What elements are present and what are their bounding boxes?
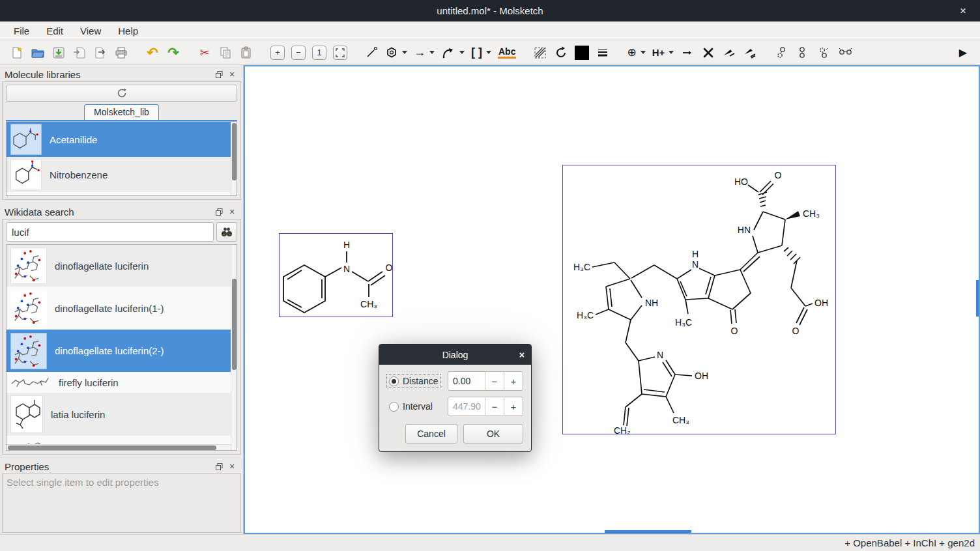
wikidata-list-scrollbar[interactable]	[231, 245, 237, 450]
color-swatch-icon	[575, 46, 589, 60]
result-label: dinoflagellate luciferin(2-)	[55, 345, 164, 356]
zoom-out-button[interactable]: −	[289, 43, 308, 63]
dialog-close-button[interactable]: ×	[519, 345, 525, 365]
charge-tool-dropdown[interactable]	[641, 51, 646, 54]
save-document-button[interactable]	[50, 43, 68, 63]
hash-bond-tool-button[interactable]	[741, 43, 759, 63]
panel-close-button[interactable]: ×	[225, 206, 238, 218]
rotate-tool-button[interactable]	[552, 43, 570, 63]
ring-chain-tool-4-button[interactable]	[835, 43, 856, 63]
bracket-tool-button[interactable]: [ ]	[469, 43, 493, 63]
zoom-in-button[interactable]: +	[268, 43, 287, 63]
dialog-titlebar[interactable]: Dialog ×	[379, 345, 531, 365]
molecule-thumbnail	[10, 247, 47, 284]
wikidata-search-input[interactable]	[6, 222, 214, 242]
tab-molsketch-lib[interactable]: Molsketch_lib	[84, 104, 159, 120]
molecule-libraries-panel: Molecule libraries × Molsketch_lib Ace	[2, 67, 241, 200]
interval-spinbox[interactable]: 447.90 − +	[448, 397, 523, 416]
interval-radio-wrap[interactable]: Interval	[387, 400, 435, 413]
hydrogen-tool-button[interactable]: H+	[650, 43, 676, 63]
ok-button[interactable]: OK	[463, 424, 523, 444]
paste-button[interactable]	[237, 43, 255, 63]
library-list-scrollbar[interactable]	[231, 122, 237, 195]
library-item-nitrobenzene[interactable]: Nitrobenzene	[7, 157, 237, 192]
toolbar-extender-button[interactable]: ▶	[954, 43, 972, 63]
molecule-libraries-body: Molsketch_lib Acetanilide Nitrobenzene	[2, 81, 241, 200]
ring-chain-tool-1-button[interactable]	[772, 43, 790, 63]
import-document-button[interactable]	[91, 43, 109, 63]
interval-radio[interactable]	[389, 402, 399, 412]
ring-chain-tool-3-button[interactable]	[814, 43, 832, 63]
menu-edit[interactable]: Edit	[38, 23, 72, 39]
distance-radio[interactable]	[389, 376, 399, 386]
result-dinoflagellate-luciferin-1[interactable]: dinoflagellate luciferin(1-)	[7, 287, 237, 330]
distance-spinbox[interactable]: 0.00 − +	[448, 371, 523, 391]
drawing-canvas[interactable]: H N O CH₃	[244, 65, 980, 534]
atom-label: N	[692, 259, 699, 270]
menu-help[interactable]: Help	[109, 23, 147, 39]
ring-chain-tool-2-button[interactable]	[793, 43, 811, 63]
cancel-button[interactable]: Cancel	[405, 424, 457, 444]
open-document-button[interactable]	[29, 43, 47, 63]
new-document-button[interactable]: ★	[8, 43, 26, 63]
zoom-fit-button[interactable]	[331, 43, 349, 63]
cut-button[interactable]: ✂	[195, 43, 214, 63]
dialog-actions: Cancel OK	[387, 424, 523, 444]
text-tool-button[interactable]: Abc	[496, 43, 518, 63]
interval-increment-button[interactable]: +	[504, 397, 523, 416]
atom-label: O	[775, 170, 782, 180]
selection-tool-button[interactable]	[531, 43, 549, 63]
ring-tool-button[interactable]	[383, 43, 409, 63]
interval-value[interactable]: 447.90	[448, 397, 485, 416]
arrow-tool-dropdown[interactable]	[429, 51, 435, 54]
window-titlebar[interactable]: untitled.mol* - Molsketch ×	[0, 0, 980, 21]
line-width-tool-button[interactable]	[594, 43, 612, 63]
molecule-libraries-title: Molecule libraries	[5, 69, 81, 80]
print-document-button[interactable]	[112, 43, 130, 63]
delete-tool-button[interactable]	[699, 43, 717, 63]
hydrogen-tool-dropdown[interactable]	[669, 51, 674, 54]
charge-tool-button[interactable]: ⊕	[625, 43, 647, 63]
redo-button[interactable]: ↷	[164, 43, 182, 63]
save-icon	[51, 46, 66, 60]
menu-view[interactable]: View	[72, 23, 109, 39]
refresh-libraries-button[interactable]	[6, 85, 237, 102]
atom-label: OH	[814, 298, 828, 308]
undo-button[interactable]: ↶	[143, 43, 162, 63]
color-swatch-button[interactable]	[573, 43, 591, 63]
panel-float-button[interactable]	[212, 460, 225, 472]
panel-close-button[interactable]: ×	[225, 68, 238, 80]
canvas-horizontal-scrollbar[interactable]	[605, 530, 691, 533]
distance-radio-wrap[interactable]: Distance	[387, 374, 440, 388]
molecule-luciferin[interactable]: HO O CH₃ HN H N H₃C H₃C NH H₃C O OH O N …	[562, 165, 836, 434]
result-dinoflagellate-luciferin-2[interactable]: dinoflagellate luciferin(2-)	[7, 330, 237, 372]
distance-increment-button[interactable]: +	[504, 372, 523, 390]
lone-pair-tool-button[interactable]	[678, 43, 697, 63]
bracket-tool-dropdown[interactable]	[486, 51, 491, 54]
result-latia-luciferin[interactable]: latia luciferin	[7, 393, 237, 436]
canvas-vertical-scrollbar[interactable]	[976, 280, 979, 317]
wikidata-search-button[interactable]	[216, 222, 237, 242]
result-dinoflagellate-luciferin[interactable]: dinoflagellate luciferin	[7, 245, 237, 287]
distance-decrement-button[interactable]: −	[485, 372, 504, 390]
menu-file[interactable]: File	[5, 23, 38, 39]
mechanism-arrow-dropdown[interactable]	[459, 51, 465, 54]
arrow-tool-button[interactable]: →	[412, 43, 437, 63]
library-item-acetanilide[interactable]: Acetanilide	[7, 122, 237, 157]
window-close-button[interactable]: ×	[954, 0, 972, 21]
interval-decrement-button[interactable]: −	[485, 397, 504, 416]
export-document-button[interactable]	[70, 43, 89, 63]
panel-float-button[interactable]	[212, 68, 225, 80]
molecule-acetanilide[interactable]: H N O CH₃	[279, 233, 393, 317]
distance-value[interactable]: 0.00	[448, 372, 485, 390]
result-firefly-luciferin[interactable]: firefly luciferin	[7, 372, 237, 393]
wedge-bond-tool-button[interactable]	[720, 43, 738, 63]
ring-tool-dropdown[interactable]	[402, 51, 407, 54]
zoom-original-button[interactable]: 1	[310, 43, 328, 63]
mechanism-arrow-tool-button[interactable]	[439, 43, 467, 63]
panel-float-button[interactable]	[212, 206, 225, 218]
panel-close-button[interactable]: ×	[225, 460, 238, 472]
copy-button[interactable]	[216, 43, 235, 63]
wikidata-list-hscrollbar[interactable]	[7, 444, 231, 450]
draw-bond-tool-button[interactable]	[362, 43, 381, 63]
